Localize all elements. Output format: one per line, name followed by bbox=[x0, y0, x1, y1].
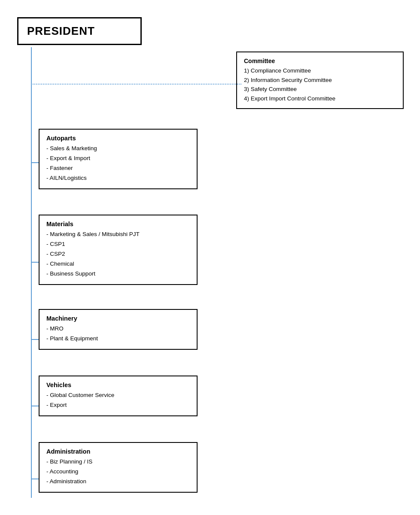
materials-item-5: - Business Support bbox=[46, 269, 190, 279]
autoparts-item-3: - Fastener bbox=[46, 164, 190, 173]
vehicles-item-2: - Export bbox=[46, 400, 190, 410]
dotted-line-committee bbox=[31, 84, 241, 85]
materials-item-4: - Chemical bbox=[46, 259, 190, 269]
autoparts-item-1: - Sales & Marketing bbox=[46, 144, 190, 154]
dept-box-vehicles: Vehicles - Global Customer Service - Exp… bbox=[39, 376, 198, 416]
machinery-item-1: - MRO bbox=[46, 324, 190, 334]
connector-machinery bbox=[31, 339, 40, 340]
committee-item-3: 3) Safety Committee bbox=[244, 85, 396, 94]
committee-item-4: 4) Export Import Control Committee bbox=[244, 94, 396, 103]
connector-vehicles bbox=[31, 406, 40, 406]
autoparts-item-4: - AILN/Logistics bbox=[46, 173, 190, 183]
dept-box-admin: Administration - Biz Planning / IS - Acc… bbox=[39, 442, 198, 493]
materials-item-3: - CSP2 bbox=[46, 249, 190, 259]
materials-item-1: - Marketing & Sales / Mitsubishi PJT bbox=[46, 230, 190, 239]
dept-box-autoparts: Autoparts - Sales & Marketing - Export &… bbox=[39, 129, 198, 189]
vehicles-item-1: - Global Customer Service bbox=[46, 391, 190, 400]
admin-title: Administration bbox=[46, 448, 190, 455]
president-box: PRESIDENT bbox=[17, 17, 142, 45]
connector-materials bbox=[31, 262, 40, 263]
machinery-title: Machinery bbox=[46, 315, 190, 322]
admin-item-1: - Biz Planning / IS bbox=[46, 457, 190, 467]
dept-box-materials: Materials - Marketing & Sales / Mitsubis… bbox=[39, 215, 198, 285]
connector-autoparts bbox=[31, 162, 40, 163]
vehicles-title: Vehicles bbox=[46, 382, 190, 388]
committee-item-1: 1) Compliance Committee bbox=[244, 66, 396, 76]
machinery-item-2: - Plant & Equipment bbox=[46, 334, 190, 344]
committee-title: Committee bbox=[244, 58, 396, 64]
dept-box-machinery: Machinery - MRO - Plant & Equipment bbox=[39, 309, 198, 350]
committee-box: Committee 1) Compliance Committee 2) Inf… bbox=[236, 52, 404, 109]
president-title: PRESIDENT bbox=[27, 24, 95, 37]
vertical-main-line bbox=[31, 47, 32, 498]
autoparts-item-2: - Export & Import bbox=[46, 154, 190, 164]
materials-title: Materials bbox=[46, 221, 190, 227]
committee-item-2: 2) Information Security Committee bbox=[244, 76, 396, 85]
autoparts-title: Autoparts bbox=[46, 135, 190, 142]
materials-item-2: - CSP1 bbox=[46, 239, 190, 249]
admin-item-2: - Accounting bbox=[46, 467, 190, 477]
org-chart: PRESIDENT Committee 1) Compliance Commit… bbox=[9, 9, 411, 506]
connector-admin bbox=[31, 479, 40, 479]
admin-item-3: - Administration bbox=[46, 477, 190, 487]
